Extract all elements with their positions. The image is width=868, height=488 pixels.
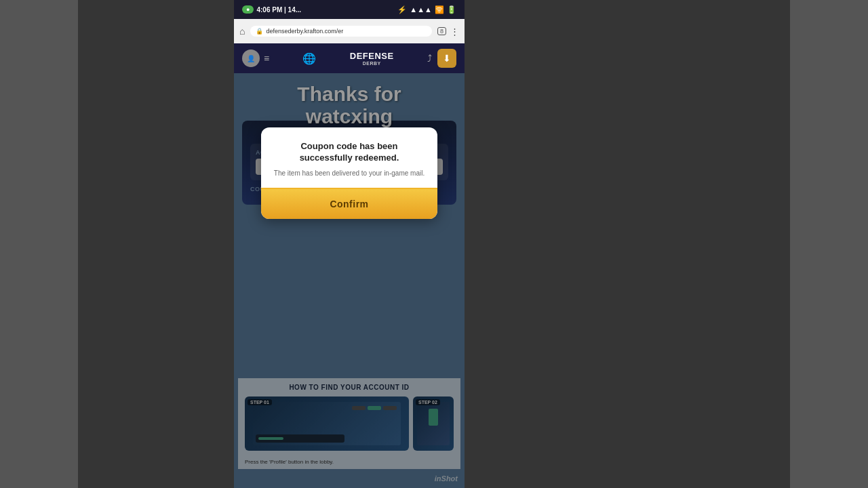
avatar-icon: 👤 (247, 55, 255, 62)
browser-icons: 8 ⋮ (437, 26, 459, 37)
status-bar: ● 4:06 PM | 14... ⚡ ▲▲▲ 🛜 🔋 (234, 0, 465, 19)
nav-right: ⤴ ⬇ (427, 49, 456, 68)
more-options-icon[interactable]: ⋮ (450, 26, 459, 37)
hamburger-icon[interactable]: ≡ (264, 53, 269, 64)
modal-overlay: Coupon code has been successfully redeem… (234, 73, 465, 488)
page-content: Thanks for watcxing REDEEM COUPON CODE A… (234, 73, 465, 488)
battery-icon: 🔋 (447, 5, 456, 14)
nav-left: 👤 ≡ (242, 49, 269, 67)
share-icon[interactable]: ⤴ (427, 53, 432, 64)
left-overlay (78, 0, 234, 488)
home-icon[interactable]: ⌂ (239, 26, 245, 37)
avatar[interactable]: 👤 (242, 49, 260, 67)
globe-icon[interactable]: 🌐 (302, 52, 316, 65)
browser-bar[interactable]: ⌂ 🔒 defensederby.krafton.com/er 8 ⋮ (234, 19, 465, 43)
wifi-icon: 🛜 (435, 5, 444, 14)
modal-body: Coupon code has been successfully redeem… (261, 127, 437, 189)
url-bar[interactable]: 🔒 defensederby.krafton.com/er (250, 26, 432, 37)
battery-indicator: ● (242, 5, 254, 14)
tab-count[interactable]: 8 (437, 27, 446, 35)
phone-frame: ● 4:06 PM | 14... ⚡ ▲▲▲ 🛜 🔋 ⌂ 🔒 defensed… (234, 0, 465, 488)
logo: DEFENSE DERBY (350, 51, 394, 66)
signal-icon: ▲▲▲ (410, 5, 432, 14)
modal-title: Coupon code has been successfully redeem… (272, 141, 427, 164)
status-left: ● 4:06 PM | 14... (242, 5, 301, 14)
right-overlay (465, 0, 790, 488)
nav-bar: 👤 ≡ 🌐 DEFENSE DERBY ⤴ ⬇ (234, 43, 465, 73)
success-modal: Coupon code has been successfully redeem… (261, 127, 437, 219)
bluetooth-icon: ⚡ (397, 5, 407, 14)
download-button[interactable]: ⬇ (437, 49, 456, 68)
url-text: defensederby.krafton.com/er (266, 28, 343, 35)
logo-sub: DERBY (350, 61, 394, 66)
logo-text: DEFENSE DERBY (350, 51, 394, 66)
status-icons: ⚡ ▲▲▲ 🛜 🔋 (397, 5, 456, 14)
modal-subtitle: The item has been delivered to your in-g… (272, 169, 427, 177)
lock-icon: 🔒 (256, 28, 263, 35)
confirm-button[interactable]: Confirm (261, 189, 437, 219)
status-time: 4:06 PM | 14... (256, 6, 301, 14)
